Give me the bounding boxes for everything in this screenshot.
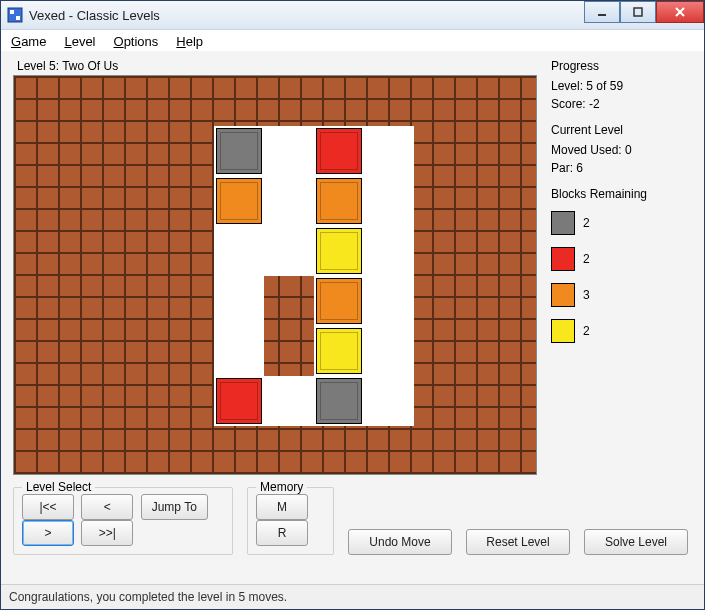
remaining-yellow-count: 2	[583, 324, 590, 338]
app-window: Vexed - Classic Levels Game Level Option…	[0, 0, 705, 610]
menubar: Game Level Options Help	[1, 30, 704, 53]
bottom-row: Level Select |<< < Jump To > >>| Memory …	[13, 487, 692, 555]
app-icon	[7, 7, 23, 23]
progress-group: Progress Level: 5 of 59 Score: -2	[551, 59, 692, 111]
undo-move-button[interactable]: Undo Move	[348, 529, 452, 555]
block-orange[interactable]	[216, 178, 262, 224]
block-red[interactable]	[216, 378, 262, 424]
close-icon	[674, 7, 686, 17]
svg-rect-1	[10, 10, 14, 14]
svg-rect-2	[16, 16, 20, 20]
window-title: Vexed - Classic Levels	[29, 8, 160, 23]
swatch-gray	[551, 211, 575, 235]
remaining-red: 2	[551, 243, 692, 275]
svg-rect-4	[634, 8, 642, 16]
level-select-panel: Level Select |<< < Jump To > >>|	[13, 487, 233, 555]
par: Par: 6	[551, 161, 692, 175]
menu-level[interactable]: Level	[64, 34, 95, 49]
block-yellow[interactable]	[316, 328, 362, 374]
block-gray[interactable]	[216, 128, 262, 174]
level-select-heading: Level Select	[22, 480, 95, 494]
remaining-orange: 3	[551, 279, 692, 311]
play-area	[214, 276, 264, 376]
swatch-red	[551, 247, 575, 271]
client-area: Level 5: Two Of Us Progress Level: 5 of …	[1, 51, 704, 609]
solve-level-button[interactable]: Solve Level	[584, 529, 688, 555]
board-section: Level 5: Two Of Us	[13, 59, 543, 475]
memory-store-button[interactable]: M	[256, 494, 308, 520]
maximize-button[interactable]	[620, 1, 656, 23]
memory-panel: Memory M R	[247, 487, 334, 555]
maximize-icon	[633, 7, 643, 17]
progress-heading: Progress	[551, 59, 692, 73]
current-level-group: Current Level Moved Used: 0 Par: 6	[551, 123, 692, 175]
minimize-button[interactable]	[584, 1, 620, 23]
swatch-yellow	[551, 319, 575, 343]
memory-recall-button[interactable]: R	[256, 520, 308, 546]
block-gray[interactable]	[316, 378, 362, 424]
sidebar: Progress Level: 5 of 59 Score: -2 Curren…	[551, 59, 692, 475]
titlebar: Vexed - Classic Levels	[1, 1, 704, 30]
remaining-gray: 2	[551, 207, 692, 239]
status-text: Congraulations, you completed the level …	[9, 590, 287, 604]
menu-help[interactable]: Help	[176, 34, 203, 49]
close-button[interactable]	[656, 1, 704, 23]
reset-level-button[interactable]: Reset Level	[466, 529, 570, 555]
swatch-orange	[551, 283, 575, 307]
status-bar: Congraulations, you completed the level …	[1, 584, 704, 609]
remaining-yellow: 2	[551, 315, 692, 347]
upper-row: Level 5: Two Of Us Progress Level: 5 of …	[13, 59, 692, 475]
jump-to-button[interactable]: Jump To	[141, 494, 208, 520]
action-buttons: Undo Move Reset Level Solve Level	[348, 487, 692, 555]
window-buttons	[584, 1, 704, 23]
level-label: Level 5: Two Of Us	[17, 59, 543, 73]
block-orange[interactable]	[316, 178, 362, 224]
game-board[interactable]	[13, 75, 537, 475]
current-heading: Current Level	[551, 123, 692, 137]
minimize-icon	[597, 7, 607, 17]
block-red[interactable]	[316, 128, 362, 174]
remaining-gray-count: 2	[583, 216, 590, 230]
blocks-remaining-group: Blocks Remaining 2 2 3 2	[551, 187, 692, 347]
block-yellow[interactable]	[316, 228, 362, 274]
menu-game[interactable]: Game	[11, 34, 46, 49]
first-level-button[interactable]: |<<	[22, 494, 74, 520]
progress-level: Level: 5 of 59	[551, 79, 692, 93]
last-level-button[interactable]: >>|	[81, 520, 133, 546]
block-orange[interactable]	[316, 278, 362, 324]
menu-options[interactable]: Options	[114, 34, 159, 49]
next-level-button[interactable]: >	[22, 520, 74, 546]
moves-used: Moved Used: 0	[551, 143, 692, 157]
prev-level-button[interactable]: <	[81, 494, 133, 520]
remaining-heading: Blocks Remaining	[551, 187, 692, 201]
memory-heading: Memory	[256, 480, 307, 494]
remaining-orange-count: 3	[583, 288, 590, 302]
progress-score: Score: -2	[551, 97, 692, 111]
remaining-red-count: 2	[583, 252, 590, 266]
